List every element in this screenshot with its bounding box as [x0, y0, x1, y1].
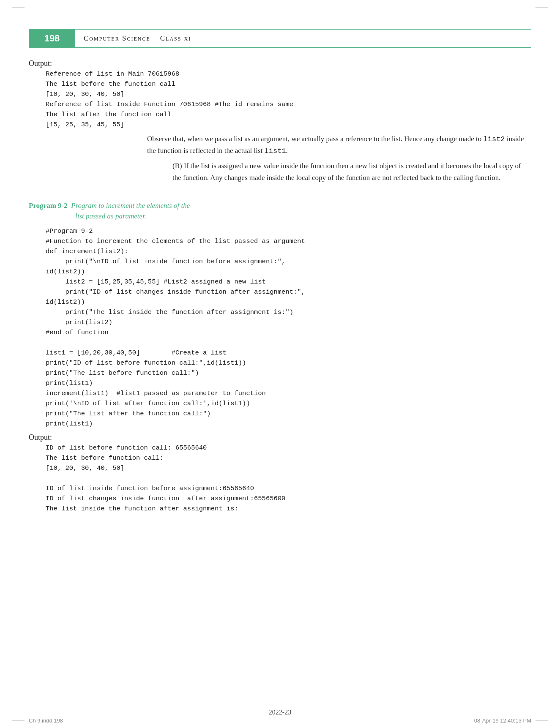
output-code-text-2: ID of list before function call: 6556564… — [46, 443, 531, 514]
footer-year: 2022-23 — [0, 709, 560, 716]
program-code-text: #Program 9-2 #Function to increment the … — [46, 226, 531, 429]
footer-file-info: Ch 9.indd 198 — [29, 717, 63, 724]
prose-inline-code-list1: list1 — [265, 147, 286, 155]
output-text-2: Output: — [29, 433, 52, 442]
footer-year-text: 2022-23 — [269, 709, 291, 716]
output-text-1: Output: — [29, 59, 52, 68]
output-label-2: Output: — [29, 433, 531, 442]
output-code-text-1: Reference of list in Main 70615968 The l… — [46, 69, 531, 130]
corner-mark-tl — [12, 8, 25, 20]
prose-inline-code-list2: list2 — [484, 135, 505, 143]
output-code-block-1: Reference of list in Main 70615968 The l… — [46, 69, 531, 130]
main-content: Output: Reference of list in Main 706159… — [29, 56, 531, 694]
prose-text-2: (B) If the list is assigned a new value … — [172, 162, 521, 181]
header-white-block: Computer Science – Class xi — [75, 29, 531, 48]
footer-file-text: Ch 9.indd 198 — [29, 717, 63, 724]
program-code-block: #Program 9-2 #Function to increment the … — [46, 226, 531, 429]
program-heading-desc2: list passed as parameter. — [75, 212, 146, 220]
header-green-block: 198 — [29, 29, 75, 48]
header-title: Computer Science – Class xi — [84, 34, 191, 43]
prose-text-1a: Observe that, when we pass a list as an … — [147, 135, 524, 155]
footer-date-info: 08-Apr-19 12:40:13 PM — [474, 717, 531, 724]
program-heading-container: Program 9-2 Program to increment the ele… — [29, 193, 531, 223]
corner-mark-tr — [535, 8, 548, 20]
output-code-block-2: ID of list before function call: 6556564… — [46, 443, 531, 514]
prose-paragraph-1: Observe that, when we pass a list as an … — [147, 133, 531, 157]
output-label-1: Output: — [29, 59, 531, 68]
footer-date-text: 08-Apr-19 12:40:13 PM — [474, 717, 531, 724]
page-number: 198 — [44, 33, 60, 44]
page: 198 Computer Science – Class xi Output: … — [0, 0, 560, 728]
program-heading-label: Program 9-2 Program to increment the ele… — [29, 200, 190, 222]
prose-paragraph-2: (B) If the list is assigned a new value … — [172, 160, 531, 183]
program-heading-label-text: Program 9-2 — [29, 202, 68, 210]
program-heading-desc1: Program to increment the elements of the — [71, 202, 190, 210]
header-bar: 198 Computer Science – Class xi — [29, 29, 531, 48]
